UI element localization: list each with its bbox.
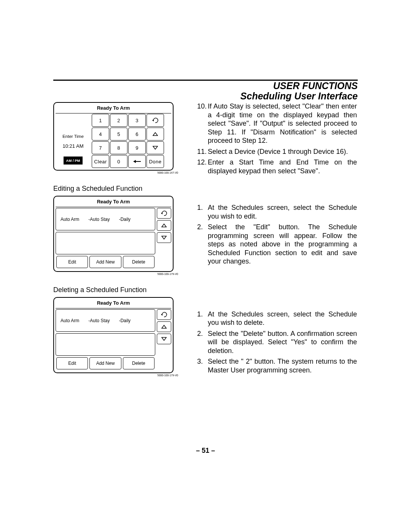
steps-10-12: 10.If Auto Stay is selected, select "Cle… [197, 102, 357, 175]
delete-steps: 1.At the Schedules screen, select the Sc… [197, 310, 357, 375]
schedule-col-3: -Daily [114, 217, 135, 222]
schedule-row[interactable]: Auto Arm -Auto Stay -Daily [56, 208, 155, 230]
key-9[interactable]: 9 [128, 141, 146, 154]
header-line-2: Scheduling User Interface [241, 91, 358, 102]
key-1[interactable]: 1 [92, 114, 109, 127]
schedule-col-1: Auto Arm [56, 217, 84, 222]
key-7[interactable]: 7 [92, 141, 109, 154]
back-icon[interactable] [157, 208, 171, 219]
doc-id: 5000-100-147-V0 [53, 171, 178, 174]
schedule-col-1: Auto Arm [56, 318, 84, 323]
edit-steps: 1.At the Schedules screen, select the Sc… [197, 203, 357, 266]
key-5[interactable]: 5 [110, 128, 127, 141]
key-8[interactable]: 8 [110, 141, 127, 154]
schedule-list-panel-edit: Ready To Arm Auto Arm -Auto Stay -Daily [53, 196, 174, 272]
down-icon[interactable] [157, 334, 171, 344]
ampm-toggle[interactable]: AM / PM [64, 157, 83, 165]
doc-id: 5000-100-179-V0 [53, 273, 178, 275]
back-icon[interactable] [147, 114, 164, 127]
up-icon[interactable] [147, 128, 164, 141]
time-value: 10:21 AM [56, 143, 91, 149]
delete-heading: Deleting a Scheduled Function [53, 286, 179, 294]
down-icon[interactable] [157, 232, 171, 243]
schedule-col-3: -Daily [114, 318, 135, 323]
key-6[interactable]: 6 [128, 128, 146, 141]
header-line-1: USER FUNCTIONS [273, 80, 358, 91]
up-icon[interactable] [157, 321, 171, 332]
done-button[interactable]: Done [147, 155, 164, 168]
schedule-row[interactable]: Auto Arm -Auto Stay -Daily [56, 309, 155, 332]
key-3[interactable]: 3 [128, 114, 146, 127]
schedule-empty-area [56, 232, 155, 254]
schedule-empty-area [56, 333, 155, 356]
doc-id: 5000-100-179-V0 [53, 374, 178, 377]
edit-button[interactable]: Edit [56, 357, 88, 369]
left-arrow-icon[interactable] [128, 155, 146, 168]
edit-heading: Editing a Scheduled Function [53, 185, 179, 193]
back-icon[interactable] [157, 309, 171, 320]
add-new-button[interactable]: Add New [89, 357, 121, 369]
page-number: – 51 – [0, 447, 411, 455]
key-0[interactable]: 0 [110, 155, 127, 168]
up-icon[interactable] [157, 220, 171, 231]
down-icon[interactable] [147, 141, 164, 154]
edit-button[interactable]: Edit [56, 256, 88, 268]
panel-title: Ready To Arm [56, 299, 171, 308]
clear-button[interactable]: Clear [92, 155, 109, 168]
instruction-text: 10.If Auto Stay is selected, select "Cle… [197, 102, 357, 377]
key-2[interactable]: 2 [110, 114, 127, 127]
schedule-col-2: -Auto Stay [84, 217, 114, 222]
panel-title: Ready To Arm [56, 197, 171, 207]
enter-time-label: Enter Time [56, 134, 91, 139]
add-new-button[interactable]: Add New [89, 256, 121, 268]
schedule-col-2: -Auto Stay [84, 318, 114, 323]
schedule-list-panel-delete: Ready To Arm Auto Arm -Auto Stay -Daily [53, 297, 174, 373]
delete-button[interactable]: Delete [123, 357, 155, 369]
time-keypad-panel: Ready To Arm Enter Time 10:21 AM AM / PM… [53, 102, 174, 171]
panel-title: Ready To Arm [56, 104, 171, 113]
delete-button[interactable]: Delete [123, 256, 155, 268]
key-4[interactable]: 4 [92, 128, 109, 141]
